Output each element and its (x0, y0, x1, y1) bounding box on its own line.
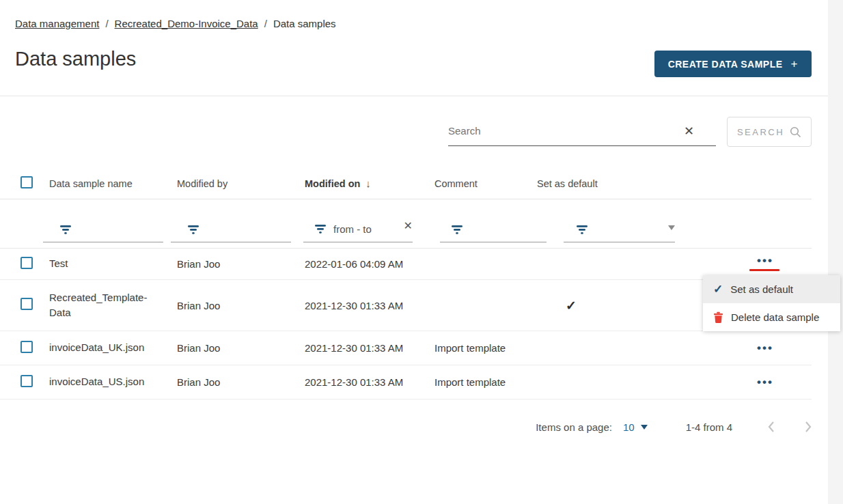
table-header-row: Data sample name Modified by Modified on… (0, 168, 812, 199)
cell-modified-by: Brian Joo (177, 376, 305, 388)
chevron-down-icon[interactable] (668, 225, 675, 230)
select-all-checkbox[interactable] (20, 176, 33, 188)
clear-date-filter-icon[interactable]: ✕ (404, 221, 413, 232)
more-actions-button[interactable]: ••• (756, 345, 773, 352)
breadcrumb-current: Data samples (273, 18, 336, 29)
header-divider (0, 96, 828, 96)
chevron-right-icon (804, 421, 812, 433)
cell-data-sample-name: invoiceData_UK.json (49, 340, 177, 356)
column-header-set-as-default[interactable]: Set as default (537, 178, 717, 189)
page-size-select[interactable]: 10 (623, 421, 648, 433)
breadcrumb-separator: / (105, 18, 108, 29)
default-check-icon: ✓ (566, 298, 577, 313)
scrollbar-gutter[interactable] (828, 0, 843, 504)
pagination-range: 1-4 from 4 (686, 421, 732, 433)
filter-input-modified-by[interactable] (171, 225, 291, 242)
check-icon: ✓ (713, 282, 723, 296)
cell-modified-by: Brian Joo (177, 258, 305, 270)
cell-modified-on: 2021-12-30 01:33 AM (305, 342, 434, 354)
column-header-modified-on-label: Modified on (305, 178, 360, 189)
create-button-label: CREATE DATA SAMPLE (668, 59, 783, 70)
cell-comment: Import template (434, 342, 537, 354)
filter-funnel-icon[interactable] (187, 225, 199, 235)
breadcrumb-link-data-management[interactable]: Data management (15, 18, 99, 29)
menu-item-delete-data-sample[interactable]: Delete data sample (703, 303, 840, 331)
row-checkbox[interactable] (20, 257, 33, 269)
cell-modified-on: 2021-12-30 01:33 AM (305, 300, 434, 311)
page-title: Data samples (15, 48, 136, 70)
sort-desc-icon: ↓ (365, 178, 371, 189)
column-header-comment[interactable]: Comment (434, 178, 537, 189)
filter-input-comment[interactable] (440, 225, 547, 242)
page-size-value: 10 (623, 421, 635, 433)
row-context-menu: ✓ Set as default Delete data sample (703, 275, 840, 331)
magnifier-icon (790, 126, 801, 138)
table-row: Recreated_Template-Data Brian Joo 2021-1… (0, 280, 812, 331)
trash-icon (713, 311, 723, 323)
more-actions-button[interactable]: ••• (756, 379, 773, 386)
filter-select-set-as-default[interactable] (564, 225, 675, 242)
search-button[interactable]: SEARCH (727, 117, 812, 147)
filter-funnel-icon[interactable] (314, 224, 327, 234)
column-header-modified-by[interactable]: Modified by (177, 178, 305, 189)
cell-modified-on: 2022-01-06 04:09 AM (305, 258, 434, 270)
table-row: invoiceData_US.json Brian Joo 2021-12-30… (0, 365, 812, 400)
create-data-sample-button[interactable]: CREATE DATA SAMPLE + (654, 51, 812, 77)
column-header-name[interactable]: Data sample name (49, 178, 177, 189)
table-filter-row: from - to ✕ (0, 199, 812, 249)
active-row-indicator (749, 269, 779, 271)
breadcrumb-link-project[interactable]: Recreated_Demo-Invoice_Data (115, 18, 258, 29)
plus-icon: + (791, 57, 798, 71)
row-checkbox[interactable] (20, 375, 33, 387)
table-row: invoiceData_UK.json Brian Joo 2021-12-30… (0, 331, 812, 365)
row-checkbox[interactable] (20, 298, 33, 310)
cell-modified-by: Brian Joo (177, 342, 305, 354)
chevron-left-icon (767, 421, 775, 433)
prev-page-button[interactable] (761, 421, 782, 433)
date-range-placeholder: from - to (333, 223, 372, 235)
cell-data-sample-name: Test (49, 256, 177, 272)
cell-modified-by: Brian Joo (177, 300, 305, 311)
pagination: Items on a page: 10 1-4 from 4 (0, 414, 828, 440)
column-header-modified-on[interactable]: Modified on↓ (305, 178, 434, 189)
cell-comment: Import template (434, 376, 537, 388)
menu-item-label: Set as default (730, 283, 793, 295)
breadcrumb-separator: / (264, 18, 267, 29)
cell-data-sample-name: Recreated_Template-Data (49, 290, 177, 321)
filter-funnel-icon[interactable] (451, 225, 463, 235)
breadcrumb: Data management/Recreated_Demo-Invoice_D… (15, 18, 336, 29)
clear-search-icon[interactable]: ✕ (684, 125, 694, 137)
table-row: Test Brian Joo 2022-01-06 04:09 AM ••• (0, 249, 812, 280)
menu-item-label: Delete data sample (731, 311, 819, 323)
menu-item-set-as-default[interactable]: ✓ Set as default (703, 275, 840, 303)
filter-funnel-icon[interactable] (576, 225, 588, 235)
search-button-label: SEARCH (737, 127, 784, 137)
search-input[interactable] (448, 125, 684, 137)
cell-modified-on: 2021-12-30 01:33 AM (305, 376, 434, 388)
filter-funnel-icon[interactable] (59, 225, 72, 235)
more-actions-button[interactable]: ••• (756, 257, 773, 264)
row-checkbox[interactable] (20, 341, 33, 353)
next-page-button[interactable] (798, 421, 818, 433)
search-field: ✕ (448, 116, 716, 146)
data-samples-table: Data sample name Modified by Modified on… (0, 168, 812, 400)
chevron-down-icon (641, 425, 648, 430)
cell-data-sample-name: invoiceData_US.json (49, 374, 177, 390)
filter-input-name[interactable] (43, 225, 163, 242)
items-per-page-label: Items on a page: (536, 421, 612, 433)
filter-input-modified-on[interactable]: from - to ✕ (303, 223, 413, 242)
